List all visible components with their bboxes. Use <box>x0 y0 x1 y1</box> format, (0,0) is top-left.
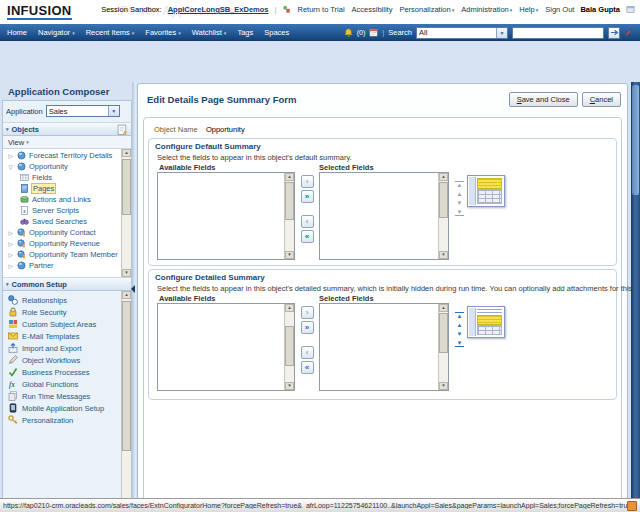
selected-fields-listbox[interactable]: ▲ ▼ <box>319 303 449 391</box>
menu-item[interactable]: Watchlist▾ <box>192 28 227 37</box>
expand-icon[interactable]: ▷ <box>7 153 14 159</box>
common-setup-accordion-header[interactable]: ▾ Common Setup <box>3 277 131 291</box>
menu-item[interactable]: Tags <box>237 28 253 37</box>
tree-item[interactable]: ▽ Opportunity <box>3 161 122 172</box>
expand-icon[interactable]: ▷ <box>7 241 14 247</box>
scroll-thumb[interactable] <box>122 301 131 451</box>
common-setup-item[interactable]: Import and Export <box>3 342 122 354</box>
listbox-scrollbar[interactable]: ▲ ▼ <box>284 173 294 259</box>
scroll-up-icon[interactable]: ▲ <box>122 291 131 299</box>
scroll-down-icon[interactable]: ▼ <box>439 382 448 390</box>
application-select[interactable]: Sales ▼ <box>46 105 120 117</box>
remove-selected-button[interactable]: ‹ <box>301 215 314 228</box>
move-selected-button[interactable]: › <box>301 306 314 319</box>
bell-icon[interactable] <box>344 28 353 37</box>
scroll-thumb[interactable] <box>285 182 294 220</box>
global-link[interactable]: Administration▾ <box>461 5 512 14</box>
move-all-button[interactable]: » <box>301 321 314 334</box>
browser-scrollbar[interactable] <box>631 82 640 512</box>
common-setup-item[interactable]: Run Time Messages <box>3 390 122 402</box>
view-menu[interactable]: View ▾ <box>3 136 131 149</box>
tree-item[interactable]: ▷ Opportunity Revenue <box>3 238 122 249</box>
listbox-scrollbar[interactable]: ▲ ▼ <box>284 304 294 390</box>
tree-item[interactable]: Server Scripts <box>3 205 122 216</box>
tree-item[interactable]: ▷ Forecast Territory Details <box>3 150 122 161</box>
move-bottom-button[interactable]: ▼ <box>455 209 464 216</box>
common-setup-item[interactable]: Personalization <box>3 414 122 426</box>
expand-icon[interactable]: ▷ <box>7 230 14 236</box>
session-sandbox-link[interactable]: ApplCoreLongSB_ExDemos <box>168 5 269 14</box>
common-setup-item[interactable]: E-Mail Templates <box>3 330 122 342</box>
listbox-scrollbar[interactable]: ▲ ▼ <box>438 173 448 259</box>
scroll-up-icon[interactable]: ▲ <box>122 149 131 157</box>
available-fields-listbox[interactable]: ▲ ▼ <box>157 172 295 260</box>
window-icon[interactable] <box>626 5 635 14</box>
cancel-button[interactable]: Cancel <box>582 92 621 107</box>
advanced-search-icon[interactable] <box>624 28 633 37</box>
common-setup-item[interactable]: Object Workflows <box>3 354 122 366</box>
selected-fields-listbox[interactable]: ▲ ▼ <box>319 172 449 260</box>
scroll-thumb[interactable] <box>285 326 294 366</box>
expand-icon[interactable]: ▷ <box>7 263 14 269</box>
global-link[interactable]: Help▾ <box>519 5 538 14</box>
move-all-button[interactable]: » <box>301 190 314 203</box>
remove-selected-button[interactable]: ‹ <box>301 346 314 359</box>
remove-all-button[interactable]: « <box>301 230 314 243</box>
tree-item[interactable]: ▷ Opportunity Contact <box>3 227 122 238</box>
scroll-thumb[interactable] <box>439 182 448 218</box>
collapse-pane-icon[interactable] <box>131 285 135 293</box>
global-link[interactable]: Accessibility <box>352 5 393 14</box>
search-go-button[interactable] <box>608 27 620 39</box>
move-up-button[interactable]: ▲ <box>455 191 464 197</box>
scroll-up-icon[interactable]: ▲ <box>285 304 294 312</box>
available-fields-listbox[interactable]: ▲ ▼ <box>157 303 295 391</box>
move-down-button[interactable]: ▼ <box>455 331 464 337</box>
new-object-icon[interactable] <box>117 124 128 135</box>
move-bottom-button[interactable]: ▼ <box>455 340 464 347</box>
scroll-down-icon[interactable]: ▼ <box>439 251 448 259</box>
scroll-up-icon[interactable]: ▲ <box>439 304 448 312</box>
tree-item[interactable]: Saved Searches <box>3 216 122 227</box>
calendar-icon[interactable] <box>369 28 378 37</box>
move-top-button[interactable]: ▲ <box>455 312 464 319</box>
listbox-scrollbar[interactable]: ▲ ▼ <box>438 304 448 390</box>
scroll-down-icon[interactable]: ▼ <box>285 251 294 259</box>
tree-item[interactable]: Fields <box>3 172 122 183</box>
common-setup-item[interactable]: Role Security <box>3 306 122 318</box>
common-setup-scrollbar[interactable]: ▲ ▼ <box>121 291 131 512</box>
scroll-thumb[interactable] <box>439 313 448 353</box>
expand-icon[interactable]: ▽ <box>7 164 14 170</box>
menu-item[interactable]: Favorites▾ <box>145 28 180 37</box>
objects-accordion-header[interactable]: ▾ Objects <box>3 122 131 136</box>
search-scope-select[interactable]: All ▼ <box>416 27 508 39</box>
tree-scrollbar[interactable]: ▲ ▼ <box>121 149 131 277</box>
tree-item[interactable]: ▷ Partner <box>3 260 122 271</box>
global-link[interactable]: Sign Out <box>545 5 574 14</box>
tree-item[interactable]: Pages <box>3 183 122 194</box>
menu-item[interactable]: Navigator▾ <box>38 28 75 37</box>
menu-item[interactable]: Recent Items▾ <box>86 28 135 37</box>
scroll-up-icon[interactable]: ▲ <box>285 173 294 181</box>
scroll-up-icon[interactable]: ▲ <box>439 173 448 181</box>
move-down-button[interactable]: ▼ <box>455 200 464 206</box>
global-link[interactable]: Personalization▾ <box>399 5 454 14</box>
menu-item[interactable]: Spaces <box>264 28 289 37</box>
common-setup-item[interactable]: Relationships <box>3 294 122 306</box>
move-up-button[interactable]: ▲ <box>455 322 464 328</box>
panel-splitter[interactable] <box>132 82 136 512</box>
scroll-thumb[interactable] <box>632 85 639 195</box>
move-top-button[interactable]: ▲ <box>455 181 464 188</box>
remove-all-button[interactable]: « <box>301 361 314 374</box>
search-input[interactable] <box>512 27 604 39</box>
menu-item[interactable]: Home <box>7 28 27 37</box>
common-setup-item[interactable]: Mobile Application Setup <box>3 402 122 414</box>
move-selected-button[interactable]: › <box>301 175 314 188</box>
scroll-down-icon[interactable]: ▼ <box>122 269 131 277</box>
expand-icon[interactable]: ▷ <box>7 252 14 258</box>
common-setup-item[interactable]: Custom Subject Areas <box>3 318 122 330</box>
tree-item[interactable]: Actions and Links <box>3 194 122 205</box>
save-and-close-button[interactable]: Save and Close <box>509 92 578 107</box>
common-setup-item[interactable]: Business Processes <box>3 366 122 378</box>
scroll-down-icon[interactable]: ▼ <box>285 382 294 390</box>
scroll-thumb[interactable] <box>122 159 131 215</box>
